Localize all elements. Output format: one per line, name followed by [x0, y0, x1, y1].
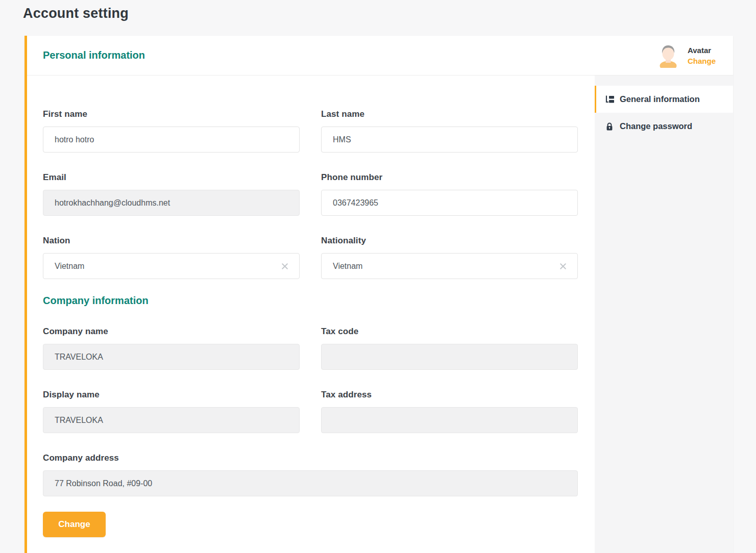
company-address-field: Company address — [43, 453, 578, 496]
nationality-input[interactable] — [321, 253, 578, 279]
company-address-input — [43, 470, 578, 496]
display-name-input — [43, 407, 300, 433]
avatar-label: Avatar — [688, 46, 716, 55]
last-name-input[interactable] — [321, 127, 578, 153]
nationality-label: Nationality — [321, 236, 578, 246]
first-name-field: First name — [43, 109, 300, 153]
nation-input[interactable] — [43, 253, 300, 279]
page-title: Account setting — [23, 6, 129, 21]
lock-icon — [605, 122, 614, 131]
card-header: Personal information Avatar Change — [27, 36, 733, 76]
company-name-field: Company name — [43, 326, 300, 370]
company-address-label: Company address — [43, 453, 578, 463]
email-label: Email — [43, 172, 300, 183]
sidebar-item-change-password[interactable]: Change password — [595, 113, 733, 140]
account-settings-card: Personal information Avatar Change First… — [25, 36, 733, 553]
phone-label: Phone number — [321, 172, 578, 183]
display-name-label: Display name — [43, 390, 300, 400]
tax-address-label: Tax address — [321, 390, 578, 400]
account-form: First name Last name Email — [27, 76, 595, 553]
sidebar-item-general-information[interactable]: General information — [595, 86, 733, 113]
phone-input[interactable] — [321, 190, 578, 216]
clear-icon[interactable] — [281, 263, 288, 270]
last-name-label: Last name — [321, 109, 578, 119]
card-body: First name Last name Email — [27, 76, 733, 553]
sidebar-item-label: General information — [620, 94, 700, 104]
personal-information-heading: Personal information — [43, 49, 145, 61]
email-input — [43, 190, 300, 216]
phone-field: Phone number — [321, 172, 578, 216]
tax-code-field: Tax code — [321, 326, 578, 370]
tax-code-input — [321, 344, 578, 370]
clear-icon[interactable] — [559, 263, 567, 270]
company-name-input — [43, 344, 300, 370]
change-submit-button[interactable]: Change — [43, 512, 106, 537]
last-name-field: Last name — [321, 109, 578, 153]
tax-address-input — [321, 407, 578, 433]
company-information-heading: Company information — [43, 295, 578, 307]
tax-address-field: Tax address — [321, 390, 578, 433]
nation-label: Nation — [43, 236, 300, 246]
avatar-icon — [656, 43, 680, 68]
nationality-field: Nationality — [321, 236, 578, 279]
company-name-label: Company name — [43, 326, 300, 337]
email-field: Email — [43, 172, 300, 216]
first-name-label: First name — [43, 109, 300, 119]
avatar-change-link[interactable]: Change — [688, 57, 716, 65]
display-name-field: Display name — [43, 390, 300, 433]
avatar-block: Avatar Change — [656, 43, 716, 68]
first-name-input[interactable] — [43, 127, 300, 153]
settings-sidebar: General information Change password — [595, 76, 733, 553]
sidebar-item-label: Change password — [620, 121, 692, 131]
nation-field: Nation — [43, 236, 300, 279]
tree-icon — [605, 95, 614, 104]
tax-code-label: Tax code — [321, 326, 578, 337]
avatar[interactable] — [656, 43, 680, 68]
